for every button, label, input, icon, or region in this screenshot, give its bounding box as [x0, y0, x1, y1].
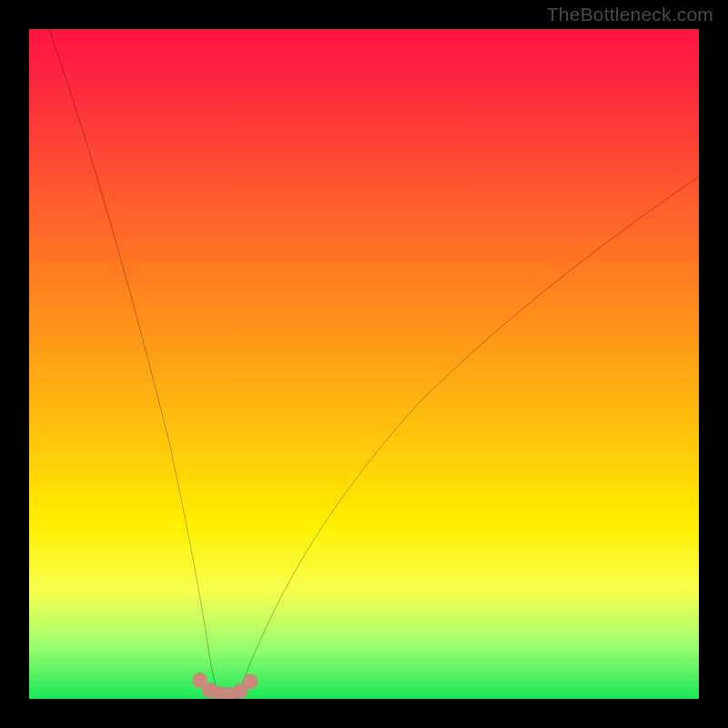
watermark-text: TheBottleneck.com: [547, 4, 713, 25]
marker-dot: [212, 686, 228, 699]
series-left-branch: [49, 29, 223, 699]
marker-dot: [232, 683, 248, 699]
series-right-branch: [237, 177, 699, 699]
chart-frame: TheBottleneck.com: [0, 0, 728, 728]
marker-dot: [192, 672, 207, 688]
plot-area: [29, 29, 699, 699]
marker-cluster: [192, 672, 258, 699]
marker-dot: [222, 686, 238, 699]
marker-dot: [242, 673, 258, 689]
marker-dot: [202, 682, 217, 698]
curve-layer: [29, 29, 699, 699]
